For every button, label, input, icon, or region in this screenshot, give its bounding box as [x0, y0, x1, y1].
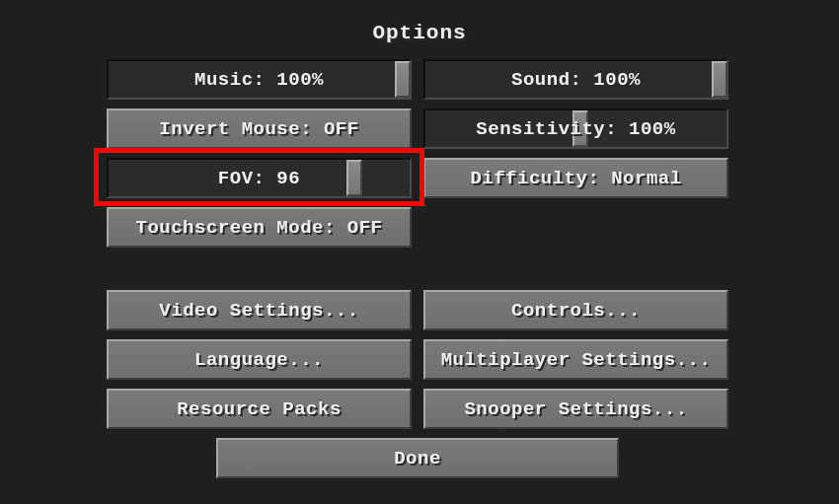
snooper-settings-button[interactable]: Snooper Settings...: [423, 389, 728, 429]
done-button[interactable]: Done: [216, 438, 619, 478]
music-slider-thumb[interactable]: [395, 61, 411, 98]
fov-slider-thumb[interactable]: [346, 160, 362, 196]
sensitivity-label: Sensitivity: 100%: [476, 118, 675, 140]
controls-label: Controls...: [511, 300, 641, 322]
invert-mouse-label: Invert Mouse: OFF: [159, 118, 358, 140]
multiplayer-settings-label: Multiplayer Settings...: [441, 349, 712, 371]
video-settings-button[interactable]: Video Settings...: [107, 290, 412, 330]
controls-button[interactable]: Controls...: [423, 290, 728, 330]
video-settings-label: Video Settings...: [159, 300, 358, 322]
resource-packs-button[interactable]: Resource Packs: [107, 389, 412, 429]
fov-slider[interactable]: FOV: 96: [107, 158, 412, 198]
difficulty-button[interactable]: Difficulty: Normal: [423, 158, 728, 198]
snooper-settings-label: Snooper Settings...: [464, 398, 687, 420]
language-label: Language...: [194, 349, 324, 371]
multiplayer-settings-button[interactable]: Multiplayer Settings...: [423, 339, 728, 380]
sound-slider[interactable]: Sound: 100%: [423, 59, 728, 100]
page-title: Options: [0, 0, 839, 44]
sound-label: Sound: 100%: [511, 69, 641, 91]
music-slider[interactable]: Music: 100%: [107, 59, 412, 100]
resource-packs-label: Resource Packs: [177, 398, 342, 420]
touchscreen-button[interactable]: Touchscreen Mode: OFF: [107, 207, 412, 248]
options-grid: Music: 100% Sound: 100% Invert Mouse: OF…: [107, 59, 728, 478]
difficulty-label: Difficulty: Normal: [470, 168, 681, 189]
invert-mouse-button[interactable]: Invert Mouse: OFF: [107, 108, 412, 149]
done-label: Done: [394, 448, 441, 469]
language-button[interactable]: Language...: [107, 339, 412, 380]
fov-label: FOV: 96: [218, 168, 300, 189]
sensitivity-slider[interactable]: Sensitivity: 100%: [423, 108, 728, 149]
sound-slider-thumb[interactable]: [712, 61, 727, 98]
touchscreen-label: Touchscreen Mode: OFF: [136, 217, 383, 239]
music-label: Music: 100%: [194, 69, 324, 91]
